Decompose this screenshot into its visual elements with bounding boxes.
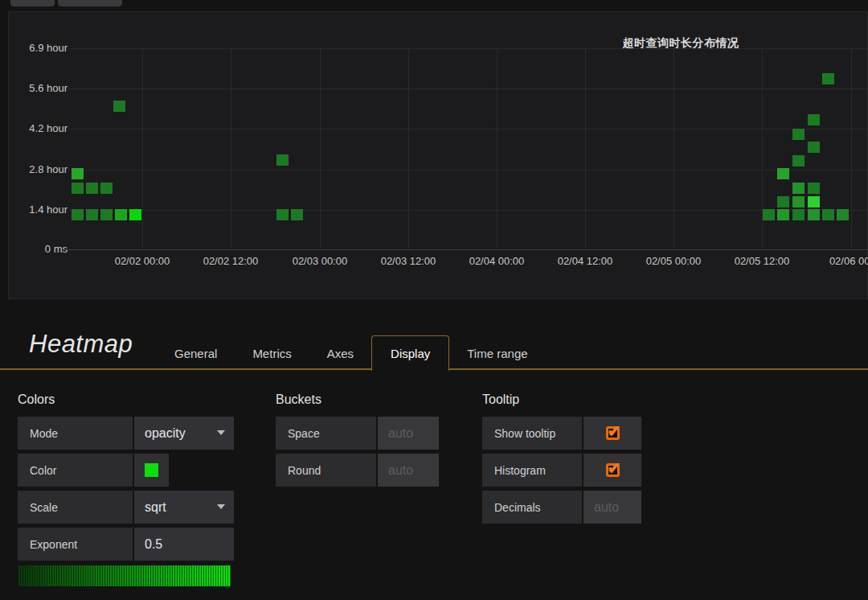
- show-tooltip-checkbox[interactable]: [606, 426, 620, 440]
- heatmap-cell[interactable]: [808, 114, 820, 125]
- round-input[interactable]: auto: [378, 454, 439, 487]
- space-label: Space: [276, 417, 376, 450]
- space-input[interactable]: auto: [378, 417, 439, 450]
- heatmap-cell[interactable]: [276, 154, 289, 166]
- tab-general[interactable]: General: [157, 335, 235, 371]
- chevron-down-icon: [217, 430, 225, 435]
- colors-heading: Colors: [18, 392, 234, 407]
- exponent-label: Exponent: [18, 528, 133, 561]
- heatmap-cell[interactable]: [115, 209, 127, 220]
- color-label: Color: [18, 454, 133, 487]
- heatmap-cell[interactable]: [808, 196, 820, 208]
- heatmap-cell[interactable]: [777, 168, 789, 179]
- scale-label: Scale: [18, 491, 133, 524]
- heatmap-cell[interactable]: [837, 209, 849, 220]
- color-swatch[interactable]: [145, 463, 158, 477]
- color-picker-box: [134, 454, 169, 487]
- round-label: Round: [276, 454, 376, 487]
- tab-display[interactable]: Display: [371, 335, 449, 371]
- mode-select[interactable]: opacity: [134, 417, 234, 450]
- tab-time-range[interactable]: Time range: [449, 335, 545, 371]
- tooltip-section: Tooltip Show tooltip Histogram Decimals …: [482, 392, 641, 524]
- histogram-label: Histogram: [482, 454, 582, 487]
- tooltip-heading: Tooltip: [482, 392, 641, 407]
- color-gradient-legend: [18, 565, 231, 586]
- heatmap-cell[interactable]: [808, 142, 820, 153]
- editor-tabs: General Metrics Axes Display Time range: [157, 335, 546, 371]
- histogram-checkbox[interactable]: [606, 463, 620, 477]
- panel-title[interactable]: 超时查询时长分布情况: [616, 36, 745, 51]
- heatmap-cell[interactable]: [86, 209, 98, 220]
- heatmap-cell[interactable]: [792, 196, 805, 208]
- heatmap-cell[interactable]: [808, 183, 820, 194]
- heatmap-panel: 超时查询时长分布情况: [8, 11, 868, 299]
- heatmap-cell[interactable]: [792, 155, 805, 166]
- heatmap-cell[interactable]: [792, 209, 805, 220]
- heatmap-cell[interactable]: [100, 183, 113, 194]
- heatmap-cell[interactable]: [822, 73, 834, 84]
- chevron-down-icon: [217, 504, 225, 509]
- heatmap-cell[interactable]: [808, 209, 820, 220]
- heatmap-cell[interactable]: [276, 209, 289, 220]
- heatmap-cell[interactable]: [113, 101, 125, 112]
- heatmap-cell[interactable]: [129, 209, 141, 220]
- scale-select[interactable]: sqrt: [134, 491, 234, 524]
- buckets-heading: Buckets: [276, 392, 439, 407]
- histogram-checkbox-box: [583, 454, 641, 487]
- scale-select-value: sqrt: [145, 500, 166, 515]
- heatmap-cell[interactable]: [777, 209, 789, 220]
- decimals-label: Decimals: [482, 491, 582, 524]
- mode-select-value: opacity: [145, 426, 186, 441]
- heatmap-cell[interactable]: [86, 183, 98, 194]
- tab-metrics[interactable]: Metrics: [235, 335, 309, 371]
- heatmap-cell[interactable]: [72, 183, 84, 194]
- heatmap-cell[interactable]: [291, 209, 303, 220]
- panel-type-title: Heatmap: [29, 330, 133, 359]
- heatmap-cell[interactable]: [822, 209, 834, 220]
- cropped-toolbar-button[interactable]: [10, 0, 55, 6]
- colors-section: Colors Mode opacity Color Scale sqrt Exp…: [18, 392, 234, 586]
- heatmap-cell[interactable]: [792, 183, 805, 194]
- decimals-input[interactable]: auto: [583, 491, 641, 524]
- heatmap-cell[interactable]: [100, 209, 113, 220]
- show-tooltip-label: Show tooltip: [482, 417, 582, 450]
- cropped-toolbar-button[interactable]: [58, 0, 122, 6]
- show-tooltip-checkbox-box: [583, 417, 641, 450]
- heatmap-cell[interactable]: [72, 168, 84, 179]
- mode-label: Mode: [18, 417, 133, 450]
- buckets-section: Buckets Space auto Round auto: [276, 392, 439, 487]
- exponent-input[interactable]: 0.5: [134, 528, 234, 561]
- heatmap-cell[interactable]: [72, 209, 84, 220]
- heatmap-cell[interactable]: [792, 129, 805, 140]
- heatmap-cell[interactable]: [777, 196, 789, 208]
- heatmap-cell[interactable]: [763, 209, 775, 220]
- tab-axes[interactable]: Axes: [309, 335, 371, 371]
